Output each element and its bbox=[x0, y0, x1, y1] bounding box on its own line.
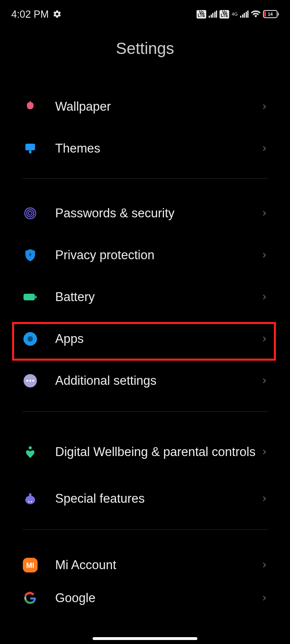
chevron-right-icon bbox=[261, 561, 268, 569]
item-label: Additional settings bbox=[55, 373, 261, 389]
settings-list: Wallpaper Themes Passwords & security Pr… bbox=[0, 86, 290, 610]
battery-icon: 14 bbox=[263, 10, 279, 18]
page-title: Settings bbox=[0, 39, 290, 58]
item-label: Wallpaper bbox=[55, 99, 261, 115]
svg-point-13 bbox=[29, 380, 31, 382]
svg-text:MI: MI bbox=[26, 561, 34, 570]
divider bbox=[22, 411, 268, 412]
svg-point-5 bbox=[29, 212, 32, 215]
special-icon bbox=[22, 491, 38, 507]
signal-icon bbox=[209, 10, 217, 18]
svg-point-16 bbox=[25, 496, 35, 504]
apps-icon bbox=[22, 331, 38, 347]
svg-point-19 bbox=[31, 501, 32, 502]
list-item-privacy[interactable]: Privacy protection bbox=[0, 234, 290, 276]
item-label: Google bbox=[55, 590, 261, 606]
list-item-themes[interactable]: Themes bbox=[0, 128, 290, 169]
chevron-right-icon bbox=[261, 210, 268, 217]
svg-rect-8 bbox=[35, 296, 37, 299]
svg-point-14 bbox=[32, 380, 34, 382]
svg-rect-2 bbox=[29, 151, 31, 154]
item-label: Digital Wellbeing & parental controls bbox=[55, 444, 261, 460]
svg-point-10 bbox=[27, 336, 33, 341]
list-item-additional[interactable]: Additional settings bbox=[0, 360, 290, 402]
more-icon bbox=[22, 373, 38, 389]
battery-icon bbox=[22, 289, 38, 305]
list-item-wallpaper[interactable]: Wallpaper bbox=[0, 86, 290, 128]
list-item-miaccount[interactable]: MI Mi Account bbox=[0, 544, 290, 586]
gear-icon bbox=[53, 10, 62, 19]
chevron-right-icon bbox=[261, 448, 268, 456]
list-item-battery[interactable]: Battery bbox=[0, 276, 290, 318]
list-item-passwords[interactable]: Passwords & security bbox=[0, 192, 290, 234]
divider bbox=[22, 178, 268, 179]
status-left: 4:02 PM bbox=[11, 8, 62, 20]
chevron-right-icon bbox=[261, 103, 268, 110]
svg-point-4 bbox=[27, 210, 34, 217]
wifi-icon bbox=[251, 9, 261, 19]
svg-point-12 bbox=[26, 380, 28, 382]
svg-rect-17 bbox=[29, 493, 31, 497]
chevron-right-icon bbox=[261, 377, 268, 384]
list-item-special[interactable]: Special features bbox=[0, 478, 290, 520]
status-bar: 4:02 PM VoLTE VoLTE 4G 14 bbox=[0, 0, 290, 23]
network-label: 4G bbox=[232, 12, 238, 17]
chevron-right-icon bbox=[261, 252, 268, 259]
battery-percent: 14 bbox=[268, 12, 273, 17]
item-label: Privacy protection bbox=[55, 248, 261, 263]
home-indicator[interactable] bbox=[93, 637, 197, 640]
signal-icon bbox=[240, 10, 249, 18]
item-label: Passwords & security bbox=[55, 206, 261, 221]
fingerprint-icon bbox=[22, 205, 38, 221]
item-label: Themes bbox=[55, 141, 261, 157]
item-label: Special features bbox=[55, 491, 261, 507]
volte-icon: VoLTE bbox=[220, 10, 229, 19]
wallpaper-icon bbox=[22, 99, 38, 115]
item-label: Apps bbox=[55, 331, 261, 347]
list-item-apps[interactable]: Apps bbox=[0, 318, 290, 360]
chevron-right-icon bbox=[261, 594, 268, 602]
chevron-right-icon bbox=[261, 145, 268, 152]
svg-point-15 bbox=[29, 446, 32, 450]
status-right: VoLTE VoLTE 4G 14 bbox=[197, 9, 279, 19]
divider bbox=[22, 529, 268, 530]
svg-rect-1 bbox=[25, 144, 35, 151]
chevron-right-icon bbox=[261, 293, 268, 301]
svg-rect-7 bbox=[23, 294, 35, 301]
list-item-wellbeing[interactable]: Digital Wellbeing & parental controls bbox=[0, 426, 290, 478]
shield-icon bbox=[22, 247, 38, 263]
themes-icon bbox=[22, 140, 38, 157]
volte-icon: VoLTE bbox=[197, 10, 206, 19]
item-label: Mi Account bbox=[55, 557, 261, 573]
chevron-right-icon bbox=[261, 495, 268, 502]
status-time: 4:02 PM bbox=[11, 8, 49, 20]
list-item-google[interactable]: Google bbox=[0, 586, 290, 610]
chevron-right-icon bbox=[261, 335, 268, 343]
svg-point-18 bbox=[29, 501, 30, 502]
google-icon bbox=[22, 590, 38, 606]
wellbeing-icon bbox=[22, 444, 38, 460]
item-label: Battery bbox=[55, 289, 261, 305]
mi-icon: MI bbox=[22, 557, 38, 573]
